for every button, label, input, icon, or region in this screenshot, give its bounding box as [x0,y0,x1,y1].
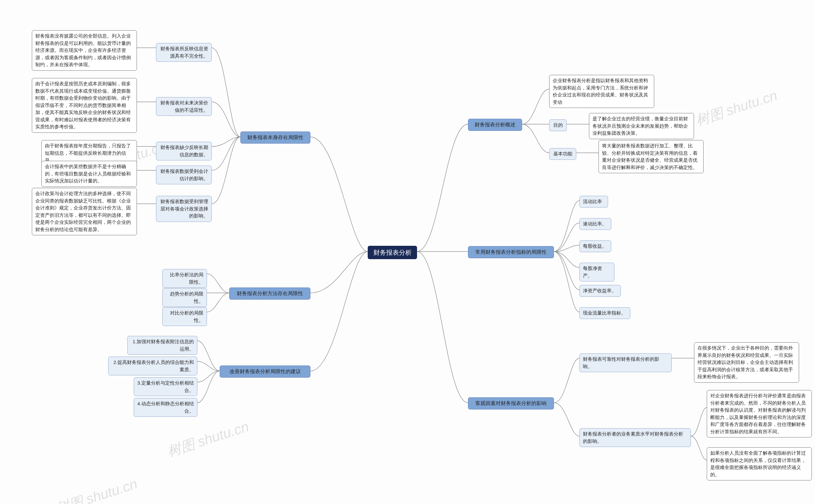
r2-c1[interactable]: 速动比率。 [579,218,611,230]
r3-c0-detail: 在很多情况下，企业出于各种目的，需要向外界展示良好的财务状况和经营成果。一旦实际… [694,342,799,383]
left-branch-improvements[interactable]: 改善财务报表分析局限性的建议 [220,366,310,378]
l3-c3[interactable]: 4.动态分析和静态分析相结合。 [134,398,197,417]
watermark: 树图 shutu.cn [693,86,780,130]
watermark: 树图 shutu.cn [165,417,251,461]
r1-c1-detail: 是了解企业过去的经营业绩，衡量企业目前财务状况并且预测企业未来的发展趋势，帮助企… [589,113,694,139]
l2-c0[interactable]: 比率分析法的局限性。 [162,269,207,288]
l1-c0[interactable]: 财务报表所反映信息资源具有不完全性。 [156,43,212,62]
r2-c3[interactable]: 每股净资产。 [579,263,614,281]
r1-c2[interactable]: 基本功能 [549,148,576,160]
l3-c2[interactable]: 3.定量分析与定性分析相结合。 [134,377,197,396]
left-branch-method-limitations[interactable]: 财务报表分析方法存在局限性 [229,287,310,300]
l1-c3[interactable]: 财务报表数据受到会计估计的影响。 [156,166,212,184]
r1-c0: 企业财务报表分析是指以财务报表和其他资料为依据和起点，采用专门方法，系统分析和评… [549,75,654,108]
l1-c0-detail: 财务报表没有披露公司的全部信息。列入企业财务报表的仅是可以利用的、能以货币计量的… [32,30,137,71]
r3-c1-detail1: 如果分析人员没有全面了解各项指标的计算过程和各项指标之间的关系，仅仅看计算结果，… [707,447,812,480]
l3-c0[interactable]: 1.加强对财务报表附注信息的运用。 [127,336,197,355]
r2-c2[interactable]: 每股收益。 [579,240,611,252]
l2-c1[interactable]: 趋势分析的局限性。 [162,288,207,307]
right-branch-overview[interactable]: 财务报表分析概述 [468,119,522,131]
left-branch-limitations-self[interactable]: 财务报表本身存在局限性 [240,131,310,144]
r3-c1-detail0: 对企业财务报表进行分析与评价通常是由报表分析者来完成的。然而，不同的财务分析人员… [707,390,812,437]
r2-c5[interactable]: 现金流量比率指标。 [579,307,630,319]
r3-c0[interactable]: 财务报表可靠性对财务报表分析的影响。 [579,353,672,372]
l1-c1-detail: 由于会计报表是按照历史成本原则编制，很多数据不代表其现行成本或变现价值。通货膨胀… [32,78,137,133]
right-branch-indicator-limitations[interactable]: 常用财务报表分析指标的局限性 [468,246,554,258]
l1-c3-detail: 会计报表中的某些数据并不是十分精确的，有些项目数据是会计人员根据经验和实际情况加… [41,161,137,187]
l1-c4[interactable]: 财务报表数据受到管理层对各项会计政策选择的影响。 [156,196,212,222]
l2-c2[interactable]: 对比分析的局限性。 [162,307,207,326]
l3-c1[interactable]: 2.提高财务报表分析人员的综合能力和素质。 [108,357,197,375]
root-node[interactable]: 财务报表分析 [368,246,417,259]
l1-c4-detail: 会计政策与会计处理方法的多种选择，使不同企业同类的报表数据缺乏可比性。根据《企业… [32,188,137,235]
l1-c2[interactable]: 财务报表缺少反映长期信息的数据。 [156,142,212,160]
mindmap-canvas: 树图 shutu.cn 树图 shutu.cn 树图 shutu.cn 树图 s… [0,0,815,504]
r2-c4[interactable]: 净资产收益率。 [579,285,621,297]
l1-c1[interactable]: 财务报表对未来决策价值的不适应性。 [156,97,212,116]
r3-c1[interactable]: 财务报表分析者的业务素质水平对财务报表分析的影响。 [579,428,691,447]
r2-c0[interactable]: 流动比率 [579,196,608,208]
r1-c1[interactable]: 目的 [549,119,567,131]
r1-c2-detail: 将大量的财务报表数据进行加工、整理、比较、分析并转换成对特定决策有用的信息，着重… [599,140,704,173]
right-branch-objective-factors[interactable]: 客观因素对财务报表分析的影响 [468,397,554,409]
watermark: 树图 shutu.cn [53,474,140,504]
